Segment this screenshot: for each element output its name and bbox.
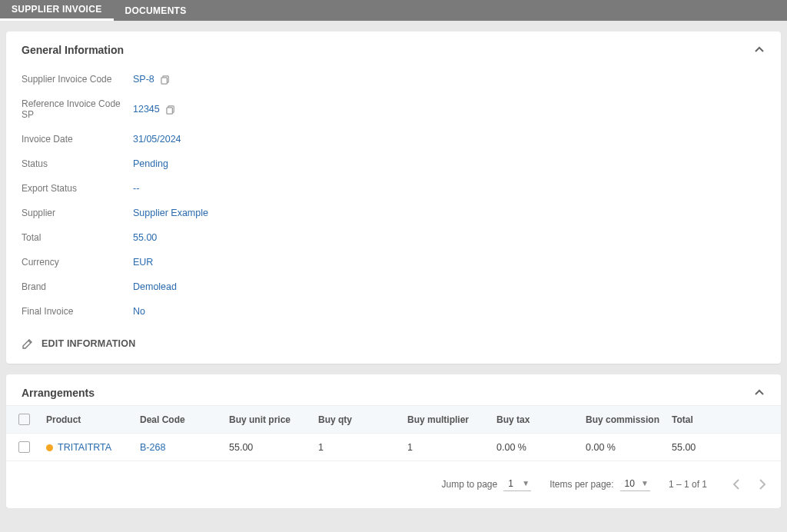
row-invoice-date: Invoice Date 31/05/2024 bbox=[22, 127, 765, 151]
table-row: TRITAITRTA B-268 55.00 1 1 0.00 % 0.00 %… bbox=[6, 434, 781, 461]
per-page-label: Items per page: bbox=[550, 479, 613, 490]
copy-icon[interactable] bbox=[166, 105, 176, 115]
cell-total: 55.00 bbox=[672, 442, 776, 453]
th-buy-commission[interactable]: Buy commission bbox=[586, 414, 672, 425]
cell-product[interactable]: TRITAITRTA bbox=[46, 442, 140, 453]
card-arrangements: Arrangements Product Deal Code Buy unit … bbox=[6, 374, 781, 508]
per-page-select[interactable]: 10 ▼ bbox=[620, 477, 650, 491]
cell-buy-tax: 0.00 % bbox=[496, 442, 586, 453]
collapse-icon[interactable] bbox=[753, 44, 765, 56]
cell-buy-qty: 1 bbox=[318, 442, 407, 453]
copy-icon[interactable] bbox=[161, 75, 171, 85]
th-deal-code[interactable]: Deal Code bbox=[140, 414, 229, 425]
jump-label: Jump to page bbox=[441, 479, 497, 490]
select-all-checkbox[interactable] bbox=[18, 414, 30, 425]
next-page-icon[interactable] bbox=[758, 477, 767, 491]
row-final-invoice: Final Invoice No bbox=[22, 299, 765, 324]
card-header-general: General Information bbox=[6, 32, 781, 62]
value-final-invoice: No bbox=[133, 306, 145, 317]
tab-bar: SUPPLIER INVOICE DOCUMENTS bbox=[0, 0, 787, 21]
edit-information-button[interactable]: EDIT INFORMATION bbox=[6, 327, 781, 364]
row-reference-invoice-code: Reference Invoice Code SP 12345 bbox=[22, 91, 765, 127]
row-total: Total 55.00 bbox=[22, 225, 765, 250]
value-total: 55.00 bbox=[133, 232, 157, 243]
th-buy-qty[interactable]: Buy qty bbox=[318, 414, 407, 425]
label-supplier: Supplier bbox=[22, 208, 133, 218]
row-supplier: Supplier Supplier Example bbox=[22, 201, 765, 225]
label-supplier-invoice-code: Supplier Invoice Code bbox=[22, 74, 133, 85]
label-brand: Brand bbox=[22, 281, 133, 292]
row-currency: Currency EUR bbox=[22, 250, 765, 274]
label-export-status: Export Status bbox=[22, 183, 133, 194]
jump-to-page: Jump to page 1 ▼ bbox=[441, 477, 531, 491]
arrangements-title: Arrangements bbox=[22, 387, 95, 399]
th-buy-multiplier[interactable]: Buy multiplier bbox=[407, 414, 496, 425]
label-final-invoice: Final Invoice bbox=[22, 306, 133, 317]
label-reference-invoice-code: Reference Invoice Code SP bbox=[22, 98, 133, 120]
row-export-status: Export Status -- bbox=[22, 176, 765, 201]
th-product[interactable]: Product bbox=[46, 414, 140, 425]
arrangements-table: Product Deal Code Buy unit price Buy qty… bbox=[6, 405, 781, 461]
label-status: Status bbox=[22, 158, 133, 169]
general-title: General Information bbox=[22, 44, 124, 56]
pencil-icon bbox=[22, 337, 34, 350]
cell-deal-code[interactable]: B-268 bbox=[140, 442, 229, 453]
value-supplier[interactable]: Supplier Example bbox=[133, 208, 208, 218]
pagination: Jump to page 1 ▼ Items per page: 10 ▼ 1 … bbox=[6, 461, 781, 508]
row-status: Status Pending bbox=[22, 151, 765, 176]
value-reference-invoice-code: 12345 bbox=[133, 104, 160, 115]
value-brand[interactable]: Demolead bbox=[133, 281, 177, 292]
prev-page-icon[interactable] bbox=[732, 477, 741, 491]
dropdown-icon: ▼ bbox=[641, 479, 649, 487]
items-per-page: Items per page: 10 ▼ bbox=[550, 477, 650, 491]
th-buy-tax[interactable]: Buy tax bbox=[496, 414, 586, 425]
cell-buy-unit-price: 55.00 bbox=[229, 442, 318, 453]
dropdown-icon: ▼ bbox=[522, 479, 530, 487]
tab-documents[interactable]: DOCUMENTS bbox=[114, 0, 198, 21]
value-invoice-date: 31/05/2024 bbox=[133, 134, 181, 145]
edit-information-label: EDIT INFORMATION bbox=[42, 338, 135, 349]
th-buy-unit-price[interactable]: Buy unit price bbox=[229, 414, 318, 425]
label-currency: Currency bbox=[22, 257, 133, 268]
value-status: Pending bbox=[133, 158, 168, 169]
jump-page-select[interactable]: 1 ▼ bbox=[503, 477, 531, 491]
row-brand: Brand Demolead bbox=[22, 274, 765, 299]
jump-page-value: 1 bbox=[508, 478, 513, 489]
pager-arrows bbox=[732, 477, 767, 491]
collapse-icon[interactable] bbox=[753, 387, 765, 399]
status-dot-icon bbox=[46, 444, 53, 451]
th-total[interactable]: Total bbox=[672, 414, 776, 425]
value-supplier-invoice-code: SP-8 bbox=[133, 74, 154, 85]
label-invoice-date: Invoice Date bbox=[22, 134, 133, 145]
cell-product-text: TRITAITRTA bbox=[58, 442, 111, 453]
cell-buy-commission: 0.00 % bbox=[586, 442, 672, 453]
general-info-rows: Supplier Invoice Code SP-8 Reference Inv… bbox=[6, 62, 781, 327]
table-header: Product Deal Code Buy unit price Buy qty… bbox=[6, 405, 781, 434]
cell-buy-multiplier: 1 bbox=[407, 442, 496, 453]
page-range: 1 – 1 of 1 bbox=[669, 479, 707, 490]
tab-supplier-invoice[interactable]: SUPPLIER INVOICE bbox=[0, 0, 114, 21]
per-page-value: 10 bbox=[625, 478, 635, 489]
card-general-information: General Information Supplier Invoice Cod… bbox=[6, 32, 781, 364]
value-export-status: -- bbox=[133, 183, 139, 194]
svg-rect-1 bbox=[161, 77, 167, 83]
svg-rect-3 bbox=[167, 107, 172, 113]
card-header-arrangements: Arrangements bbox=[6, 374, 781, 405]
row-checkbox[interactable] bbox=[18, 441, 30, 453]
value-currency: EUR bbox=[133, 257, 153, 268]
label-total: Total bbox=[22, 232, 133, 243]
row-supplier-invoice-code: Supplier Invoice Code SP-8 bbox=[22, 67, 765, 91]
